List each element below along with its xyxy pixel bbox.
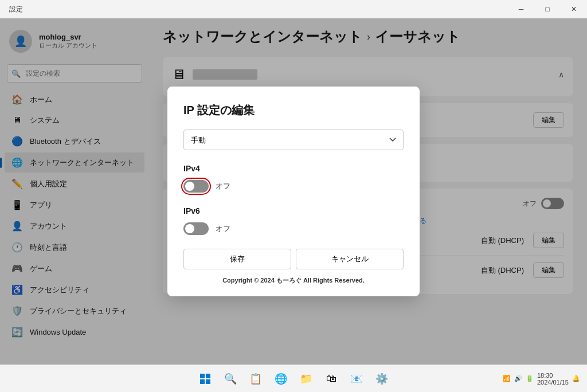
save-button[interactable]: 保存 [183, 249, 291, 269]
titlebar: 設定 ─ □ ✕ [0, 0, 587, 18]
copyright-text: Copyright © 2024 もーろぐ All Rights Reserve… [183, 276, 404, 285]
cancel-button[interactable]: キャンセル [296, 249, 404, 269]
explorer-button[interactable]: 📁 [295, 367, 318, 390]
svg-rect-0 [200, 374, 205, 378]
notification-icon: 🔔 [572, 375, 580, 382]
ipv6-toggle-row: オフ [183, 222, 404, 235]
ipv6-section-title: IPv6 [183, 206, 404, 215]
ip-settings-modal: IP 設定の編集 手動 IPv4 オフ IPv6 オフ 保存 キャンセル Cop… [167, 87, 420, 296]
ipv4-toggle[interactable] [183, 180, 209, 193]
maximize-button[interactable]: □ [534, 0, 561, 18]
search-taskbar-button[interactable]: 🔍 [219, 367, 242, 390]
ipv6-toggle[interactable] [183, 222, 209, 235]
svg-rect-3 [206, 379, 210, 384]
settings-taskbar-button[interactable]: ⚙️ [370, 367, 393, 390]
taskbar-center: 🔍 📋 🌐 📁 🛍 📧 ⚙️ [194, 367, 393, 390]
clock: 18:302024/01/15 [537, 372, 569, 386]
ipv4-section-title: IPv4 [183, 164, 404, 173]
ipv4-toggle-row: オフ [183, 180, 404, 193]
modal-overlay: IP 設定の編集 手動 IPv4 オフ IPv6 オフ 保存 キャンセル Cop… [0, 18, 587, 364]
close-button[interactable]: ✕ [561, 0, 587, 18]
start-button[interactable] [194, 367, 217, 390]
taskbar-right: 📶 🔊 🔋 18:302024/01/15 🔔 [503, 372, 580, 386]
window-controls: ─ □ ✕ [508, 0, 587, 18]
ipv4-toggle-label: オフ [216, 181, 230, 191]
minimize-button[interactable]: ─ [508, 0, 534, 18]
modal-title: IP 設定の編集 [183, 103, 404, 118]
svg-rect-2 [200, 379, 205, 384]
ipv6-toggle-label: オフ [216, 224, 230, 234]
volume-tray-icon: 🔊 [514, 375, 522, 382]
modal-footer: 保存 キャンセル [183, 249, 404, 269]
taskview-button[interactable]: 📋 [244, 367, 267, 390]
ms-store-button[interactable]: 🛍 [320, 367, 343, 390]
edge-button[interactable]: 🌐 [269, 367, 292, 390]
taskbar: 🔍 📋 🌐 📁 🛍 📧 ⚙️ 📶 🔊 🔋 18:302024/01/15 🔔 [0, 364, 587, 392]
outlook-button[interactable]: 📧 [345, 367, 368, 390]
battery-tray-icon: 🔋 [526, 375, 534, 382]
svg-rect-1 [206, 374, 210, 378]
ip-type-dropdown[interactable]: 手動 [183, 130, 404, 150]
network-tray-icon: 📶 [503, 375, 511, 382]
window-title: 設定 [9, 5, 23, 14]
